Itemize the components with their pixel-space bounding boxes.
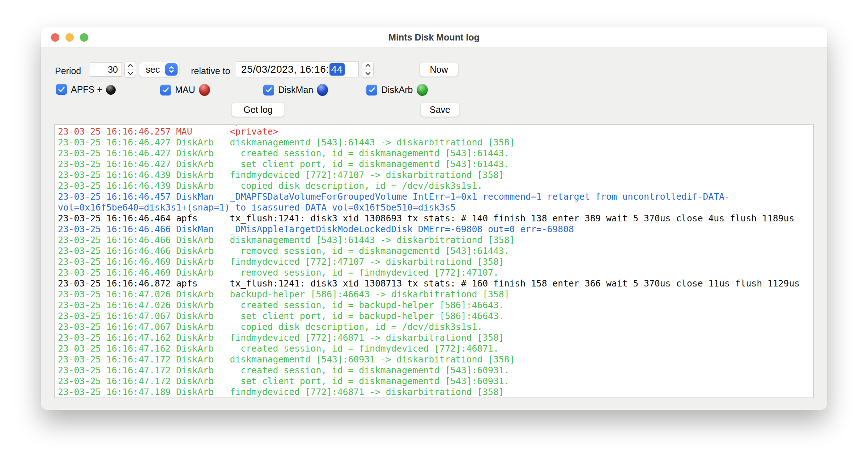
log-line: 23-03-25 16:16:47.162 DiskArb findmydevi… — [58, 332, 813, 343]
zoom-button[interactable] — [80, 33, 88, 42]
app-window: Mints Disk Mount log Period sec relative… — [41, 27, 827, 410]
checkbox-checked-icon[interactable] — [366, 85, 377, 95]
unit-select-value: sec — [139, 64, 165, 75]
log-line: 23-03-25 16:16:46.457 DiskMan _DMAPFSDat… — [58, 191, 813, 213]
log-line: 23-03-25 16:16:47.067 DiskArb set client… — [58, 311, 813, 322]
minimize-button[interactable] — [65, 33, 74, 42]
filter-label: APFS + — [71, 84, 102, 95]
log-line: 23-03-25 16:16:47.026 DiskArb backupd-he… — [58, 289, 813, 300]
checkbox-checked-icon[interactable] — [56, 84, 67, 95]
diskman-color-dot-icon — [317, 84, 328, 96]
log-line: 23-03-25 16:16:47.162 DiskArb created se… — [58, 343, 813, 354]
checkbox-checked-icon[interactable] — [263, 85, 274, 95]
log-line: 23-03-25 16:16:46.466 DiskArb removed se… — [58, 246, 813, 256]
diskarb-color-dot-icon — [417, 84, 428, 96]
filter-label: DiskMan — [278, 85, 313, 95]
log-line: 23-03-25 16:16:46.427 DiskArb set client… — [58, 159, 813, 170]
period-stepper[interactable] — [124, 61, 136, 78]
log-line: 23-03-25 16:16:46.469 DiskArb removed se… — [58, 267, 813, 278]
log-line: 23-03-25 16:16:47.172 DiskArb created se… — [58, 365, 813, 376]
log-line: 23-03-25 16:16:47.026 DiskArb created se… — [58, 300, 813, 311]
title-bar: Mints Disk Mount log — [41, 27, 827, 47]
log-line: 23-03-25 16:16:46.464 apfs tx_flush:1241… — [58, 213, 813, 224]
log-output[interactable]: <private>23-03-25 16:16:46.257 MAU <priv… — [54, 124, 814, 398]
log-line: 23-03-25 16:16:47.189 DiskArb created se… — [58, 398, 813, 398]
relative-to-label: relative to — [191, 66, 230, 76]
filter-label: MAU — [175, 85, 195, 95]
filter-checkbox-apfs[interactable]: APFS + — [56, 84, 116, 95]
window-title: Mints Disk Mount log — [41, 27, 827, 47]
log-line: 23-03-25 16:16:46.439 DiskArb findmydevi… — [58, 170, 813, 180]
checkbox-checked-icon[interactable] — [160, 85, 171, 95]
period-label: Period — [55, 66, 81, 76]
datetime-input[interactable]: 25/03/2023, 16:16:44 — [236, 61, 359, 77]
chevron-up-icon[interactable] — [125, 61, 136, 70]
log-line: 23-03-25 16:16:46.466 DiskArb diskmanage… — [58, 235, 813, 246]
period-value-input[interactable] — [90, 62, 122, 77]
filter-checkbox-mau[interactable]: MAU — [160, 84, 210, 96]
filter-label: DiskArb — [381, 85, 413, 95]
log-line: 23-03-25 16:16:46.872 apfs tx_flush:1241… — [58, 278, 813, 289]
datetime-stepper[interactable] — [362, 61, 374, 78]
datetime-text: 25/03/2023, 16:16: — [241, 64, 329, 75]
log-line: 23-03-25 16:16:47.172 DiskArb set client… — [58, 376, 813, 387]
save-button[interactable]: Save — [421, 102, 459, 117]
filter-checkbox-diskarb[interactable]: DiskArb — [366, 84, 428, 96]
log-line: 23-03-25 16:16:46.469 DiskArb findmydevi… — [58, 256, 813, 267]
log-line: 23-03-25 16:16:46.427 DiskArb diskmanage… — [58, 137, 813, 148]
log-line: 23-03-25 16:16:47.172 DiskArb diskmanage… — [58, 354, 813, 365]
mau-color-dot-icon — [199, 84, 210, 96]
datetime-selected-segment[interactable]: 44 — [329, 63, 345, 76]
log-line: 23-03-25 16:16:47.189 DiskArb findmydevi… — [58, 387, 813, 398]
chevron-down-icon[interactable] — [362, 70, 373, 78]
log-line: 23-03-25 16:16:46.439 DiskArb copied dis… — [58, 180, 813, 191]
log-line: 23-03-25 16:16:46.427 DiskArb created se… — [58, 148, 813, 159]
chevron-down-icon[interactable] — [125, 70, 136, 78]
select-chevrons-icon — [165, 63, 178, 76]
unit-select[interactable]: sec — [139, 62, 179, 77]
now-button[interactable]: Now — [420, 62, 458, 77]
log-line: 23-03-25 16:16:46.466 DiskMan _DMisApple… — [58, 224, 813, 235]
log-line: 23-03-25 16:16:46.257 MAU <private> — [58, 126, 813, 137]
get-log-button[interactable]: Get log — [231, 102, 285, 117]
apfs-color-dot-icon — [106, 85, 116, 95]
log-line: 23-03-25 16:16:47.067 DiskArb copied dis… — [58, 322, 813, 332]
close-button[interactable] — [51, 33, 59, 42]
filter-checkbox-diskman[interactable]: DiskMan — [263, 84, 328, 96]
chevron-up-icon[interactable] — [362, 61, 373, 70]
